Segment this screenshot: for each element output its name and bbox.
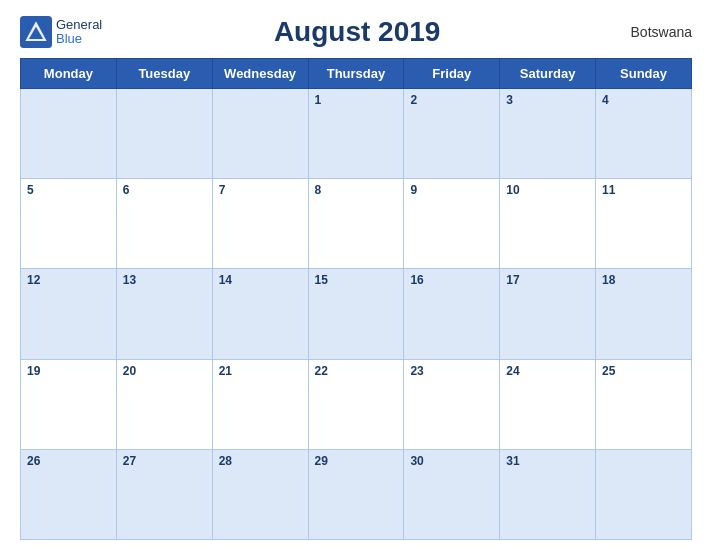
calendar-week-row: 12131415161718 — [21, 269, 692, 359]
calendar-day-cell: 20 — [116, 359, 212, 449]
calendar-day-cell: 3 — [500, 89, 596, 179]
header-friday: Friday — [404, 59, 500, 89]
day-number: 21 — [219, 364, 232, 378]
logo-icon — [20, 16, 52, 48]
calendar-day-cell — [596, 449, 692, 539]
calendar-day-cell: 15 — [308, 269, 404, 359]
calendar-day-cell: 16 — [404, 269, 500, 359]
calendar-day-cell: 10 — [500, 179, 596, 269]
day-number: 20 — [123, 364, 136, 378]
day-number: 27 — [123, 454, 136, 468]
calendar-week-row: 1234 — [21, 89, 692, 179]
day-number: 15 — [315, 273, 328, 287]
calendar-week-row: 567891011 — [21, 179, 692, 269]
calendar-day-cell: 23 — [404, 359, 500, 449]
day-number: 18 — [602, 273, 615, 287]
calendar-day-cell: 14 — [212, 269, 308, 359]
day-number: 1 — [315, 93, 322, 107]
header-wednesday: Wednesday — [212, 59, 308, 89]
calendar-day-cell: 29 — [308, 449, 404, 539]
weekday-header-row: Monday Tuesday Wednesday Thursday Friday… — [21, 59, 692, 89]
calendar-day-cell: 17 — [500, 269, 596, 359]
calendar-day-cell: 22 — [308, 359, 404, 449]
calendar-day-cell — [116, 89, 212, 179]
calendar-day-cell: 18 — [596, 269, 692, 359]
calendar-day-cell: 7 — [212, 179, 308, 269]
calendar-day-cell: 26 — [21, 449, 117, 539]
day-number: 10 — [506, 183, 519, 197]
calendar-day-cell — [21, 89, 117, 179]
day-number: 24 — [506, 364, 519, 378]
header-tuesday: Tuesday — [116, 59, 212, 89]
calendar-week-row: 262728293031 — [21, 449, 692, 539]
header-thursday: Thursday — [308, 59, 404, 89]
calendar-day-cell: 4 — [596, 89, 692, 179]
day-number: 23 — [410, 364, 423, 378]
day-number: 31 — [506, 454, 519, 468]
day-number: 12 — [27, 273, 40, 287]
day-number: 6 — [123, 183, 130, 197]
calendar-day-cell: 30 — [404, 449, 500, 539]
day-number: 26 — [27, 454, 40, 468]
day-number: 2 — [410, 93, 417, 107]
day-number: 13 — [123, 273, 136, 287]
day-number: 5 — [27, 183, 34, 197]
month-title: August 2019 — [102, 16, 612, 48]
header-monday: Monday — [21, 59, 117, 89]
day-number: 9 — [410, 183, 417, 197]
calendar-week-row: 19202122232425 — [21, 359, 692, 449]
calendar-day-cell: 8 — [308, 179, 404, 269]
calendar-day-cell: 24 — [500, 359, 596, 449]
day-number: 28 — [219, 454, 232, 468]
calendar-day-cell: 31 — [500, 449, 596, 539]
calendar-day-cell: 11 — [596, 179, 692, 269]
calendar-day-cell: 13 — [116, 269, 212, 359]
header-sunday: Sunday — [596, 59, 692, 89]
calendar-day-cell: 25 — [596, 359, 692, 449]
day-number: 17 — [506, 273, 519, 287]
day-number: 11 — [602, 183, 615, 197]
logo: General Blue — [20, 16, 102, 48]
calendar-table: Monday Tuesday Wednesday Thursday Friday… — [20, 58, 692, 540]
calendar-day-cell: 9 — [404, 179, 500, 269]
day-number: 29 — [315, 454, 328, 468]
day-number: 19 — [27, 364, 40, 378]
day-number: 30 — [410, 454, 423, 468]
day-number: 4 — [602, 93, 609, 107]
day-number: 3 — [506, 93, 513, 107]
calendar-day-cell: 1 — [308, 89, 404, 179]
country-label: Botswana — [612, 24, 692, 40]
logo-text: General Blue — [56, 18, 102, 47]
day-number: 7 — [219, 183, 226, 197]
calendar-day-cell: 2 — [404, 89, 500, 179]
calendar-day-cell: 27 — [116, 449, 212, 539]
header-saturday: Saturday — [500, 59, 596, 89]
day-number: 22 — [315, 364, 328, 378]
calendar-day-cell: 19 — [21, 359, 117, 449]
day-number: 8 — [315, 183, 322, 197]
calendar-day-cell: 12 — [21, 269, 117, 359]
header: General Blue August 2019 Botswana — [20, 10, 692, 50]
calendar-day-cell: 28 — [212, 449, 308, 539]
calendar-day-cell — [212, 89, 308, 179]
day-number: 14 — [219, 273, 232, 287]
calendar-day-cell: 5 — [21, 179, 117, 269]
calendar-day-cell: 6 — [116, 179, 212, 269]
day-number: 16 — [410, 273, 423, 287]
calendar-day-cell: 21 — [212, 359, 308, 449]
day-number: 25 — [602, 364, 615, 378]
